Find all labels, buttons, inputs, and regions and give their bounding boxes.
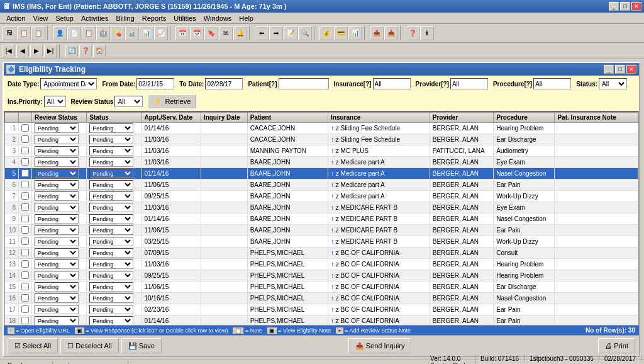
toolbar-btn-9[interactable]: 🔬 — [125, 26, 139, 40]
insurance-cell[interactable]: ↑ z BC OF CALIFORNIA — [328, 282, 430, 293]
status-cell[interactable]: Pending — [87, 304, 142, 316]
status-dropdown[interactable]: Pending — [89, 282, 133, 292]
status-cell[interactable]: Pending — [87, 316, 142, 326]
patient-input[interactable] — [279, 78, 329, 89]
status-dropdown[interactable]: Pending — [89, 305, 133, 314]
table-row[interactable]: 1 Pending Pending 01/14/16 CACACE,JOHN ↑… — [5, 123, 638, 134]
send-inquiry-button[interactable]: 📤 Send Inquiry — [348, 338, 412, 353]
from-date-input[interactable] — [136, 78, 174, 89]
close-button[interactable]: ✕ — [631, 2, 641, 11]
table-row[interactable]: 16 Pending Pending 10/16/15 PHELPS,MICHA… — [5, 293, 638, 304]
insurance-cell[interactable]: ↑ z BC OF CALIFORNIA — [328, 259, 430, 270]
menu-utilities[interactable]: Utilities — [170, 14, 199, 23]
toolbar-btn-25[interactable]: 📥 — [384, 26, 398, 40]
menu-activities[interactable]: Activities — [77, 14, 112, 23]
review-status-cell[interactable]: Pending — [32, 225, 87, 236]
menu-billing[interactable]: Billing — [112, 14, 138, 23]
col-procedure[interactable]: Procedure — [494, 113, 555, 123]
insurance-input[interactable] — [373, 78, 411, 89]
status-dropdown[interactable]: Pending — [89, 203, 133, 212]
review-status-dropdown[interactable]: Pending — [35, 123, 79, 133]
review-status-cell[interactable]: Pending — [32, 202, 87, 213]
row-checkbox-cell[interactable] — [19, 225, 32, 236]
row-checkbox[interactable] — [21, 158, 29, 166]
review-status-cell[interactable]: Pending — [32, 145, 87, 157]
status-cell[interactable]: Pending — [87, 270, 142, 282]
review-status-dropdown[interactable]: Pending — [35, 248, 79, 258]
status-cell[interactable]: Pending — [87, 236, 142, 247]
review-status-dropdown[interactable]: Pending — [35, 237, 79, 246]
row-checkbox[interactable] — [21, 147, 29, 154]
status-dropdown[interactable]: Pending — [89, 259, 133, 269]
row-checkbox[interactable] — [21, 249, 29, 256]
row-checkbox-cell[interactable] — [19, 247, 32, 259]
save-button[interactable]: 💾 Save — [121, 338, 162, 353]
menu-view[interactable]: View — [30, 14, 52, 23]
row-checkbox[interactable] — [21, 283, 29, 290]
row-checkbox-cell[interactable] — [19, 202, 32, 213]
review-status-dropdown[interactable]: Pending — [35, 157, 79, 167]
table-row[interactable]: 2 Pending Pending 11/03/16 CACACE,JOHN ↑… — [5, 134, 638, 145]
review-status-dropdown[interactable]: Pending — [35, 259, 79, 269]
row-checkbox-cell[interactable] — [19, 236, 32, 247]
col-pat-note[interactable]: Pat. Insurance Note — [555, 113, 638, 123]
to-date-input[interactable] — [205, 78, 243, 89]
status-cell[interactable]: Pending — [87, 157, 142, 168]
insurance-link-icon[interactable]: ↑ — [331, 204, 334, 211]
row-checkbox[interactable] — [21, 135, 29, 143]
insurance-link-icon[interactable]: ↑ — [331, 249, 334, 256]
review-status-cell[interactable]: Pending — [32, 134, 87, 145]
insurance-cell[interactable]: ↑ z MEDICARE PART B — [328, 213, 430, 225]
review-status-cell[interactable]: Pending — [32, 191, 87, 202]
nav-prev[interactable]: ◀ — [16, 45, 29, 57]
toolbar-btn-13[interactable]: 📅 — [190, 26, 204, 40]
row-checkbox[interactable] — [21, 294, 29, 302]
status-dropdown[interactable]: Pending — [89, 271, 133, 280]
row-checkbox-cell[interactable] — [19, 134, 32, 145]
status-cell[interactable]: Pending — [87, 282, 142, 293]
toolbar-btn-1[interactable]: 🖫 — [3, 26, 16, 40]
row-checkbox-cell[interactable] — [19, 270, 32, 282]
table-row[interactable]: 14 Pending Pending 09/25/15 PHELPS,MICHA… — [5, 270, 638, 282]
row-checkbox[interactable] — [21, 192, 29, 200]
insurance-link-icon[interactable]: ↑ — [331, 295, 334, 302]
table-row[interactable]: 10 Pending Pending 11/06/15 BAARE,JOHN ↑… — [5, 225, 638, 236]
table-row[interactable]: 12 Pending Pending 07/09/15 PHELPS,MICHA… — [5, 247, 638, 259]
status-cell[interactable]: Pending — [87, 225, 142, 236]
table-row[interactable]: 7 Pending Pending 09/25/15 BAARE,JOHN ↑ … — [5, 191, 638, 202]
row-checkbox-cell[interactable] — [19, 123, 32, 134]
insurance-cell[interactable]: ↑ z Medicare part A — [328, 179, 430, 191]
status-cell[interactable]: Pending — [87, 293, 142, 304]
insurance-cell[interactable]: ↑ z MEDICARE PART B — [328, 236, 430, 247]
insurance-cell[interactable]: ↑ z Sliding Fee Schedule — [328, 123, 430, 134]
status-cell[interactable]: Pending — [87, 213, 142, 225]
nav-refresh[interactable]: 🔄 — [65, 45, 78, 57]
row-checkbox[interactable] — [21, 260, 29, 268]
row-checkbox[interactable] — [21, 317, 29, 324]
provider-input[interactable] — [450, 78, 488, 89]
insurance-cell[interactable]: ↑ z BC OF CALIFORNIA — [328, 293, 430, 304]
toolbar-btn-7[interactable]: 🏥 — [96, 26, 110, 40]
status-dropdown[interactable]: Pending — [89, 191, 133, 201]
retrieve-button[interactable]: ⚡ Retrieve — [148, 94, 196, 108]
review-status-cell[interactable]: Pending — [32, 213, 87, 225]
insurance-cell[interactable]: ↑ z BC OF CALIFORNIA — [328, 247, 430, 259]
toolbar-btn-23[interactable]: 📊 — [348, 26, 362, 40]
review-status-dropdown[interactable]: Pending — [35, 203, 79, 212]
insurance-link-icon[interactable]: ↑ — [331, 215, 334, 222]
row-checkbox[interactable] — [21, 181, 29, 188]
status-dropdown[interactable]: Pending — [89, 123, 133, 133]
review-status-dropdown[interactable]: Pending — [35, 169, 79, 178]
toolbar-btn-11[interactable]: 📈 — [154, 26, 168, 40]
insurance-cell[interactable]: ↑ z MEDICARE PART B — [328, 225, 430, 236]
review-status-cell[interactable]: Pending — [32, 236, 87, 247]
status-cell[interactable]: Pending — [87, 259, 142, 270]
minimize-button[interactable]: _ — [609, 2, 619, 11]
toolbar-btn-22[interactable]: 💳 — [334, 26, 348, 40]
row-checkbox-cell[interactable] — [19, 213, 32, 225]
insurance-link-icon[interactable]: ↑ — [331, 272, 334, 279]
status-dropdown[interactable]: Pending — [89, 293, 133, 303]
row-checkbox-cell[interactable] — [19, 259, 32, 270]
nav-next[interactable]: ▶ — [30, 45, 43, 57]
menu-help[interactable]: Help — [235, 14, 257, 23]
